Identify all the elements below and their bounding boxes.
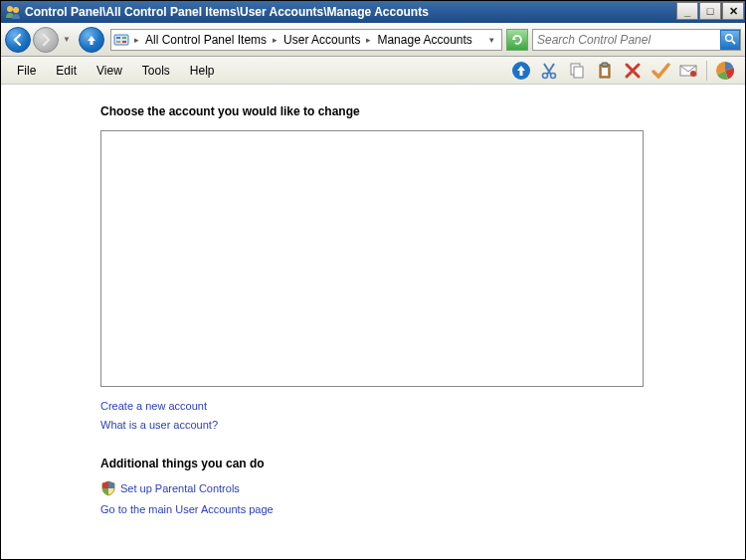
chevron-right-icon[interactable]: ▸ [271, 35, 280, 45]
link-main-user-accounts[interactable]: Go to the main User Accounts page [100, 503, 274, 515]
breadcrumb-item[interactable]: Manage Accounts [373, 33, 475, 47]
additional-heading: Additional things you can do [100, 457, 745, 470]
shield-icon [100, 480, 116, 496]
refresh-button[interactable] [506, 29, 528, 51]
svg-rect-5 [116, 41, 120, 43]
maximize-button[interactable]: □ [699, 2, 721, 20]
pie-chart-icon[interactable] [713, 59, 737, 83]
svg-point-1 [13, 7, 19, 13]
breadcrumb-item[interactable]: All Control Panel Items [141, 33, 271, 47]
svg-rect-3 [116, 37, 120, 39]
svg-point-18 [690, 71, 696, 77]
upload-icon[interactable] [509, 59, 533, 83]
copy-icon[interactable] [565, 59, 589, 83]
window-title: Control Panel\All Control Panel Items\Us… [25, 5, 676, 19]
svg-rect-15 [602, 63, 608, 67]
close-button[interactable]: ✕ [722, 2, 744, 20]
separator [706, 61, 707, 81]
up-button[interactable] [79, 27, 104, 53]
address-bar[interactable]: ▸ All Control Panel Items ▸ User Account… [110, 29, 502, 51]
accounts-list-box[interactable] [100, 130, 644, 387]
svg-rect-16 [602, 68, 608, 76]
check-icon[interactable] [649, 59, 672, 83]
window-controls: _ □ ✕ [676, 1, 745, 23]
svg-point-0 [7, 6, 13, 12]
search-input[interactable] [533, 33, 720, 47]
svg-line-8 [732, 41, 735, 44]
svg-point-7 [725, 35, 732, 42]
paste-icon[interactable] [593, 59, 617, 83]
link-create-account[interactable]: Create a new account [100, 400, 207, 412]
svg-rect-2 [114, 35, 128, 45]
chevron-right-icon[interactable]: ▸ [364, 35, 373, 45]
menu-help[interactable]: Help [180, 61, 225, 81]
chevron-right-icon[interactable]: ▸ [132, 35, 141, 45]
breadcrumb-item[interactable]: User Accounts [280, 33, 364, 47]
menu-file[interactable]: File [7, 61, 46, 81]
mail-icon[interactable] [676, 59, 700, 83]
svg-point-10 [543, 73, 548, 78]
forward-button[interactable] [33, 27, 59, 53]
search-box [532, 29, 741, 51]
page-heading: Choose the account you would like to cha… [100, 104, 745, 118]
app-icon [5, 4, 21, 20]
history-dropdown[interactable]: ▼ [61, 27, 73, 53]
delete-icon[interactable] [621, 59, 645, 83]
search-button[interactable] [720, 30, 740, 50]
svg-rect-4 [122, 37, 126, 39]
svg-point-11 [551, 73, 556, 78]
svg-rect-13 [574, 67, 583, 78]
window-titlebar: Control Panel\All Control Panel Items\Us… [1, 1, 745, 23]
cut-icon[interactable] [537, 59, 561, 83]
svg-rect-6 [122, 41, 126, 43]
address-dropdown[interactable]: ▾ [483, 35, 499, 45]
link-parental-controls[interactable]: Set up Parental Controls [120, 482, 240, 494]
control-panel-icon [113, 32, 129, 48]
navigation-bar: ▼ ▸ All Control Panel Items ▸ User Accou… [1, 23, 745, 57]
back-button[interactable] [5, 27, 31, 53]
content-area: Choose the account you would like to cha… [1, 85, 745, 521]
minimize-button[interactable]: _ [676, 2, 698, 20]
menu-tools[interactable]: Tools [132, 61, 180, 81]
menu-edit[interactable]: Edit [46, 61, 87, 81]
menu-bar: File Edit View Tools Help [1, 57, 745, 85]
link-what-is-account[interactable]: What is a user account? [100, 419, 218, 431]
menu-view[interactable]: View [87, 61, 132, 81]
